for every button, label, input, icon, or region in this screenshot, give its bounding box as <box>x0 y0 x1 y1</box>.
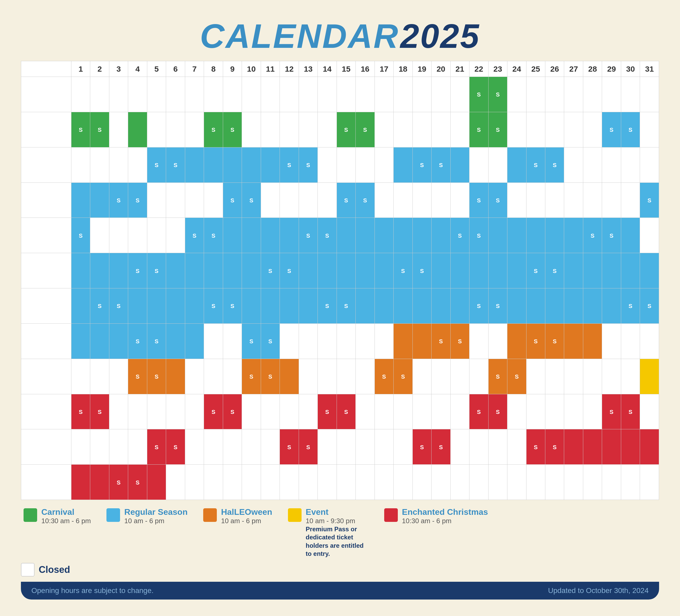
legend-regular-text: Regular Season 10 am - 6 pm <box>124 507 188 525</box>
day-29: 29 <box>602 61 621 77</box>
day-31: 31 <box>640 61 659 77</box>
month-january26: January '26 <box>21 465 72 500</box>
calendar-wrap: 1 2 3 4 5 6 7 8 9 10 11 12 13 14 15 16 1 <box>21 61 659 577</box>
day-9: 9 <box>223 61 242 77</box>
day-26: 26 <box>545 61 564 77</box>
day-23: 23 <box>488 61 507 77</box>
day-3: 3 <box>109 61 128 77</box>
legend-regular: Regular Season 10 am - 6 pm <box>107 507 188 525</box>
legend-event-text: Event 10 am - 9:30 pm Premium Pass or de… <box>306 507 369 558</box>
footer-left: Opening hours are subject to change. <box>31 586 153 595</box>
day-13: 13 <box>299 61 317 77</box>
month-may: May <box>21 182 72 218</box>
month-col-header <box>21 61 72 77</box>
month-september: September <box>21 323 72 359</box>
legend-carnival-box <box>24 508 37 522</box>
legend-carnival-hours: 10:30 am - 6 pm <box>41 517 91 525</box>
day-25: 25 <box>526 61 545 77</box>
day-21: 21 <box>450 61 469 77</box>
day-2: 2 <box>90 61 109 77</box>
calendar-table: 1 2 3 4 5 6 7 8 9 10 11 12 13 14 15 16 1 <box>21 61 659 500</box>
month-march: March <box>21 112 72 147</box>
legend-halloween-hours: 10 am - 6 pm <box>221 517 272 525</box>
month-june: June <box>21 218 72 253</box>
main-container: CALENDAR 2025 1 2 3 4 5 6 7 8 9 10 11 <box>8 9 672 607</box>
day-header-row: 1 2 3 4 5 6 7 8 9 10 11 12 13 14 15 16 1 <box>21 61 659 77</box>
row-march: March S S S S S S <box>21 112 659 147</box>
legend-christmas-hours: 10:30 am - 6 pm <box>402 517 488 525</box>
day-4: 4 <box>128 61 147 77</box>
row-june: June S S S S S <box>21 218 659 253</box>
row-december: December S S S S <box>21 429 659 465</box>
day-1: 1 <box>71 61 90 77</box>
day-30: 30 <box>621 61 640 77</box>
legend-christmas-box <box>384 508 398 522</box>
legend-carnival-text: Carnival 10:30 am - 6 pm <box>41 507 91 525</box>
month-april: April <box>21 147 72 182</box>
day-14: 14 <box>318 61 337 77</box>
legend-regular-hours: 10 am - 6 pm <box>124 517 188 525</box>
legend-carnival: Carnival 10:30 am - 6 pm <box>24 507 91 525</box>
day-20: 20 <box>431 61 450 77</box>
legend-halloween-text: HalLEOween 10 am - 6 pm <box>221 507 272 525</box>
row-august: August S S S S S S <box>21 288 659 324</box>
day-17: 17 <box>374 61 393 77</box>
footer-right: Updated to October 30th, 2024 <box>548 586 649 595</box>
month-october: October <box>21 359 72 394</box>
row-november: November S S S S S S <box>21 394 659 429</box>
month-august: August <box>21 288 72 324</box>
legend-section: Carnival 10:30 am - 6 pm Regular Season … <box>21 507 659 558</box>
title-calendar: CALENDAR <box>200 17 399 55</box>
day-24: 24 <box>507 61 526 77</box>
row-april: April S S S S <box>21 147 659 182</box>
row-may: May S S S S S S <box>21 182 659 218</box>
day-15: 15 <box>337 61 356 77</box>
day-5: 5 <box>147 61 166 77</box>
row-july: July S S S S <box>21 253 659 288</box>
legend-halloween-title: HalLEOween <box>221 507 272 517</box>
day-19: 19 <box>413 61 431 77</box>
legend-regular-box <box>107 508 120 522</box>
legend-carnival-title: Carnival <box>41 507 91 517</box>
legend-event-box <box>288 508 302 522</box>
day-28: 28 <box>583 61 602 77</box>
day-27: 27 <box>564 61 583 77</box>
row-september: September S S S S <box>21 323 659 359</box>
legend-event-note: Premium Pass or dedicated ticket holders… <box>306 525 369 558</box>
day-18: 18 <box>394 61 413 77</box>
legend-halloween: HalLEOween 10 am - 6 pm <box>203 507 272 525</box>
legend-closed: Closed <box>21 563 659 577</box>
page-title: CALENDAR 2025 <box>21 19 659 53</box>
month-july: July <box>21 253 72 288</box>
day-22: 22 <box>470 61 488 77</box>
legend-christmas: Enchanted Christmas 10:30 am - 6 pm <box>384 507 488 525</box>
day-6: 6 <box>166 61 185 77</box>
day-8: 8 <box>204 61 223 77</box>
legend-christmas-text: Enchanted Christmas 10:30 am - 6 pm <box>402 507 488 525</box>
day-16: 16 <box>356 61 374 77</box>
month-february: February <box>21 77 72 112</box>
legend-event-title: Event <box>306 507 369 517</box>
legend-halloween-box <box>203 508 217 522</box>
day-10: 10 <box>242 61 261 77</box>
legend-event: Event 10 am - 9:30 pm Premium Pass or de… <box>288 507 369 558</box>
month-december: December <box>21 429 72 465</box>
legend-closed-label: Closed <box>39 564 70 575</box>
row-october: October S S S S S <box>21 359 659 394</box>
row-january26: January '26 S S <box>21 465 659 500</box>
month-november: November <box>21 394 72 429</box>
legend-closed-box <box>21 563 34 577</box>
day-7: 7 <box>185 61 204 77</box>
legend-christmas-title: Enchanted Christmas <box>402 507 488 517</box>
legend-event-hours: 10 am - 9:30 pm <box>306 517 369 525</box>
legend-regular-title: Regular Season <box>124 507 188 517</box>
day-12: 12 <box>280 61 299 77</box>
row-february: February <box>21 77 659 112</box>
title-year: 2025 <box>400 17 480 55</box>
footer: Opening hours are subject to change. Upd… <box>21 582 659 599</box>
day-11: 11 <box>261 61 280 77</box>
